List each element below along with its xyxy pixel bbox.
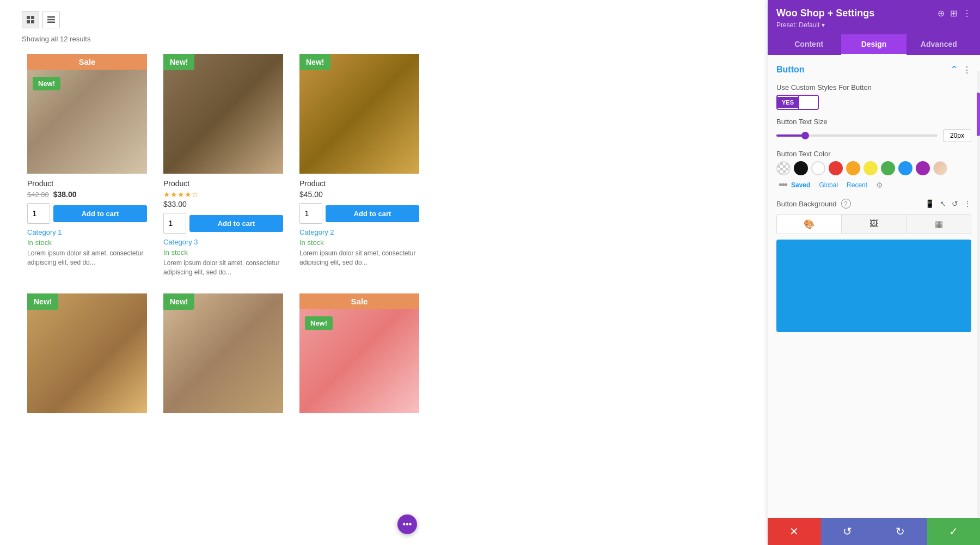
color-dots-icon[interactable]: •••: [776, 179, 789, 191]
use-custom-label: Use Custom Styles For Button: [776, 83, 971, 91]
text-size-label: Button Text Size: [776, 118, 971, 126]
quantity-input[interactable]: [299, 203, 322, 224]
section-actions: ⌃ ⋮: [950, 64, 971, 76]
product-price: $33.00: [163, 200, 283, 209]
panel-body: Button ⌃ ⋮ Use Custom Styles For Button …: [768, 55, 980, 518]
tab-advanced[interactable]: Advanced: [906, 34, 971, 55]
add-to-cart-button[interactable]: Add to cart: [326, 205, 419, 222]
product-category[interactable]: Category 1: [27, 228, 147, 236]
product-image: Sale New!: [27, 54, 147, 174]
product-category[interactable]: Category 3: [163, 238, 283, 246]
color-tab-global[interactable]: Global: [819, 181, 838, 189]
toggle-box[interactable]: [798, 96, 818, 109]
product-image: Sale New!: [299, 293, 419, 413]
bg-type-image-tab[interactable]: 🖼: [842, 215, 906, 234]
more-bg-icon[interactable]: ⋮: [964, 199, 971, 208]
color-yellow[interactable]: [863, 161, 878, 175]
list-view-button[interactable]: [42, 11, 60, 28]
layout-icon[interactable]: ⊞: [950, 8, 957, 19]
product-grid: Sale New! Product $42.00 $38.00 Add to c…: [27, 54, 746, 419]
bg-type-gradient-tab[interactable]: ▦: [906, 215, 971, 234]
tab-content[interactable]: Content: [776, 34, 841, 55]
product-card: New!: [27, 293, 147, 419]
svg-rect-2: [27, 20, 30, 23]
redo-button[interactable]: ↻: [874, 518, 927, 545]
bg-color-preview[interactable]: [776, 240, 971, 332]
shop-main: Showing all 12 results Sale New! Product…: [0, 0, 768, 545]
text-size-row: Button Text Size 20px: [776, 118, 971, 142]
tab-design[interactable]: Design: [841, 34, 906, 55]
color-green[interactable]: [881, 161, 895, 175]
panel-preset[interactable]: Preset: Default: [776, 21, 971, 29]
price-old: $42.00: [27, 191, 49, 199]
svg-rect-4: [47, 16, 55, 18]
new-badge: New!: [299, 54, 330, 70]
slider-thumb[interactable]: [801, 132, 809, 139]
new-badge: New!: [163, 54, 194, 70]
new-badge: New!: [305, 316, 333, 330]
section-more-icon[interactable]: ⋮: [963, 65, 971, 75]
product-description: Lorem ipsum dolor sit amet, consectetur …: [163, 259, 283, 277]
text-size-slider-track[interactable]: [776, 134, 938, 137]
color-transparent[interactable]: [776, 161, 791, 175]
product-name: Product: [27, 179, 147, 188]
undo-bg-icon[interactable]: ↺: [952, 199, 958, 208]
custom-styles-toggle[interactable]: YES: [776, 95, 819, 110]
svg-rect-5: [47, 19, 55, 21]
right-panel: Woo Shop + Settings ⊕ ⊞ ⋮ Preset: Defaul…: [768, 0, 980, 545]
target-icon[interactable]: ⊕: [938, 8, 945, 19]
color-blue[interactable]: [898, 161, 912, 175]
scrollbar-thumb[interactable]: [977, 93, 980, 136]
add-to-cart-row: Add to cart: [163, 213, 283, 234]
panel-bottom-bar: ✕ ↺ ↻ ✓: [768, 518, 980, 545]
product-card: New! Product $45.00 Add to cart Category…: [299, 54, 419, 277]
quantity-input[interactable]: [163, 213, 186, 234]
section-header: Button ⌃ ⋮: [776, 64, 971, 76]
quantity-input[interactable]: [27, 203, 50, 224]
cancel-button[interactable]: ✕: [768, 518, 821, 545]
product-stock: In stock: [299, 238, 419, 247]
grid-view-button[interactable]: [22, 11, 39, 28]
color-tab-saved[interactable]: Saved: [791, 181, 810, 189]
bg-type-tabs: 🎨 🖼 ▦: [776, 214, 971, 234]
product-category[interactable]: Category 2: [299, 228, 419, 236]
mobile-icon[interactable]: 📱: [925, 199, 934, 208]
product-price: $45.00: [299, 190, 419, 199]
panel-title: Woo Shop + Settings: [776, 8, 874, 19]
color-white[interactable]: [811, 161, 825, 175]
color-swatch-row: [776, 161, 971, 175]
text-size-slider-row: 20px: [776, 129, 971, 142]
product-description: Lorem ipsum dolor sit amet, consectetur …: [27, 249, 147, 267]
color-tab-recent[interactable]: Recent: [847, 181, 867, 189]
undo-button[interactable]: ↺: [821, 518, 874, 545]
bg-row: Button Background ? 📱 ↖ ↺ ⋮ 🎨 🖼 ▦: [776, 199, 971, 332]
text-size-value-input[interactable]: 20px: [943, 129, 971, 142]
price-new: $38.00: [53, 190, 77, 199]
product-image: New!: [299, 54, 419, 174]
color-edit[interactable]: [933, 161, 947, 175]
save-button[interactable]: ✓: [927, 518, 981, 545]
panel-tabs: Content Design Advanced: [776, 34, 971, 55]
product-image: New!: [163, 54, 283, 174]
color-settings-icon[interactable]: ⚙: [876, 181, 883, 189]
svg-rect-0: [27, 16, 30, 19]
floating-more-button[interactable]: •••: [397, 515, 417, 534]
scrollbar-track[interactable]: [977, 71, 980, 518]
color-orange[interactable]: [846, 161, 860, 175]
help-icon[interactable]: ?: [841, 199, 851, 209]
panel-title-row: Woo Shop + Settings ⊕ ⊞ ⋮: [776, 8, 971, 19]
collapse-icon[interactable]: ⌃: [950, 64, 958, 76]
bg-type-color-tab[interactable]: 🎨: [777, 215, 842, 234]
svg-rect-6: [47, 22, 55, 23]
cursor-icon[interactable]: ↖: [940, 199, 946, 208]
add-to-cart-button[interactable]: Add to cart: [53, 205, 147, 222]
add-to-cart-button[interactable]: Add to cart: [189, 215, 283, 232]
color-black[interactable]: [794, 161, 808, 175]
color-purple[interactable]: [916, 161, 930, 175]
more-options-icon[interactable]: ⋮: [963, 8, 971, 19]
view-toggle: [22, 11, 746, 28]
svg-rect-3: [31, 20, 34, 23]
text-color-label: Button Text Color: [776, 150, 971, 158]
product-price: $42.00 $38.00: [27, 190, 147, 199]
color-red[interactable]: [829, 161, 843, 175]
